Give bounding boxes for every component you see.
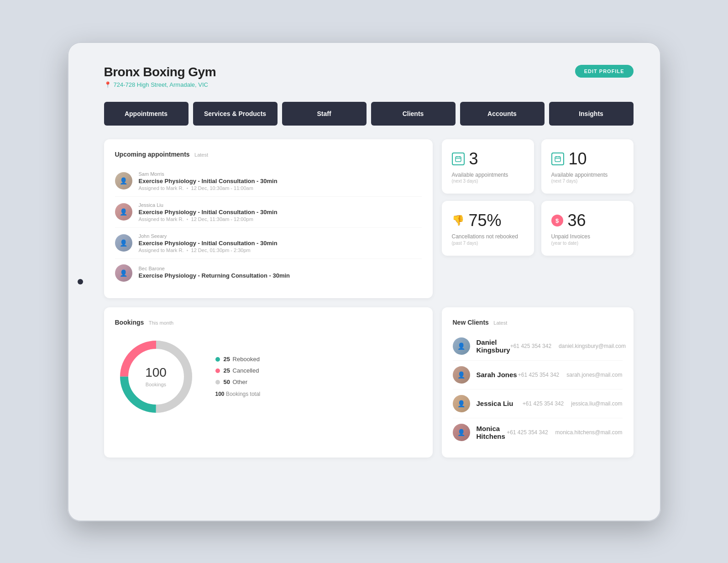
appointments-header: Upcoming appointments Latest (115, 150, 422, 158)
stat-card-invoices: $ 36 Unpaid Invoices (year to date) (541, 201, 634, 256)
client-name: Sarah Jones (477, 371, 517, 379)
stat-number: 10 (551, 149, 623, 168)
stat-number: 3 (452, 149, 524, 168)
client-name: Daniel Kingsbury (477, 338, 510, 354)
avatar: 👤 (115, 203, 132, 221)
appointment-details: John Seeary Exercise Physiology - Initia… (139, 233, 278, 253)
client-phone: +61 425 354 342 (523, 400, 564, 407)
appointment-item: 👤 Jessica Liu Exercise Physiology - Init… (115, 197, 422, 228)
legend-item-other: 50 Other (215, 379, 261, 385)
dollar-icon: $ (551, 215, 563, 226)
stat-label: Available appointments (551, 171, 623, 179)
client-email: daniel.kingsbury@mail.com (559, 343, 626, 349)
nav-tabs: Appointments Services & Products Staff C… (104, 102, 634, 126)
location-icon: 📍 (104, 81, 111, 88)
legend-item-cancelled: 25 Cancelled (215, 367, 261, 374)
donut-chart: 100 Bookings (115, 336, 197, 418)
stats-column: 3 Available appointments (next 3 days) (442, 139, 634, 298)
appointment-client-name: Bec Barone (139, 266, 290, 271)
appointment-service: Exercise Physiology - Initial Consultati… (139, 209, 278, 216)
client-phone: +61 425 354 342 (507, 429, 548, 436)
client-item: 👤 Daniel Kingsbury +61 425 354 342 danie… (453, 332, 623, 361)
appointment-client-name: John Seeary (139, 233, 278, 239)
stats-grid: 3 Available appointments (next 3 days) (442, 139, 634, 256)
client-row: Daniel Kingsbury +61 425 354 342 daniel.… (477, 338, 626, 354)
appointment-details: Bec Barone Exercise Physiology - Returni… (139, 266, 290, 280)
stat-label: Unpaid Invoices (551, 233, 623, 241)
bookings-card: Bookings This month (104, 307, 433, 458)
bookings-legend: 25 Rebooked 25 Cancelled 50 Other 100 Bo… (215, 356, 261, 397)
appointment-client-name: Sam Morris (139, 171, 278, 177)
appointments-title: Upcoming appointments (115, 151, 190, 158)
client-row: Jessica Liu +61 425 354 342 jessica.liu@… (477, 400, 623, 407)
tab-accounts[interactable]: Accounts (460, 102, 545, 126)
stat-number: $ 36 (551, 211, 623, 230)
appointment-item: 👤 Sam Morris Exercise Physiology - Initi… (115, 166, 422, 197)
donut-label: Bookings (146, 382, 166, 387)
bottom-content: Bookings This month (104, 307, 634, 458)
bookings-subtitle: This month (149, 320, 173, 326)
legend-dot-other (215, 380, 220, 384)
client-email: monica.hitchens@mail.com (555, 429, 623, 436)
appointment-details: Jessica Liu Exercise Physiology - Initia… (139, 202, 278, 222)
main-content: Upcoming appointments Latest 👤 Sam Morri… (104, 139, 634, 298)
appointment-service: Exercise Physiology - Initial Consultati… (139, 178, 278, 184)
appointment-client-name: Jessica Liu (139, 202, 278, 208)
edit-profile-button[interactable]: EDIT PROFILE (575, 65, 634, 78)
appointment-service: Exercise Physiology - Initial Consultati… (139, 240, 278, 247)
tab-insights[interactable]: Insights (549, 102, 634, 126)
appointment-item: 👤 Bec Barone Exercise Physiology - Retur… (115, 259, 422, 287)
avatar: 👤 (453, 337, 470, 355)
avatar: 👤 (115, 264, 132, 282)
svg-rect-0 (456, 157, 461, 162)
legend-item-rebooked: 25 Rebooked (215, 356, 261, 363)
tablet-camera (78, 279, 83, 284)
bookings-header: Bookings This month (115, 318, 422, 326)
avatar: 👤 (115, 234, 132, 252)
tablet-frame: Bronx Boxing Gym 📍 724-728 High Street, … (68, 42, 661, 521)
client-name: Monica Hitchens (477, 425, 507, 440)
new-clients-title: New Clients (453, 319, 489, 326)
client-email: sarah.jones@mail.com (566, 372, 622, 378)
client-item: 👤 Sarah Jones +61 425 354 342 sarah.jone… (453, 361, 623, 389)
stat-sublabel: (next 7 days) (551, 179, 623, 184)
thumbdown-icon: 👎 (452, 215, 464, 226)
tab-appointments[interactable]: Appointments (104, 102, 189, 126)
tab-clients[interactable]: Clients (371, 102, 456, 126)
bookings-total: 100 Bookings total (215, 391, 261, 397)
legend-list: 25 Rebooked 25 Cancelled 50 Other (215, 356, 261, 385)
appointment-meta: Assigned to Mark R. • 12 Dec, 10:30am - … (139, 185, 278, 191)
avatar: 👤 (453, 395, 470, 412)
new-clients-subtitle: Latest (493, 320, 507, 326)
bookings-content: 100 Bookings 25 Rebooked 25 Cancelled (115, 336, 422, 418)
stat-sublabel: (past 7 days) (452, 241, 524, 246)
tab-services-products[interactable]: Services & Products (193, 102, 278, 126)
stat-number: 👎 75% (452, 211, 524, 230)
new-clients-header: New Clients Latest (453, 318, 623, 326)
appointments-card: Upcoming appointments Latest 👤 Sam Morri… (104, 139, 433, 298)
donut-center: 100 Bookings (145, 365, 167, 388)
appointment-meta: Assigned to Mark R. • 12 Dec, 01:30pm - … (139, 247, 278, 253)
stat-card-appointments-3: 3 Available appointments (next 3 days) (442, 139, 534, 194)
tab-staff[interactable]: Staff (282, 102, 367, 126)
client-name: Jessica Liu (477, 400, 513, 407)
bookings-title: Bookings (115, 319, 144, 326)
client-item: 👤 Jessica Liu +61 425 354 342 jessica.li… (453, 389, 623, 418)
header: Bronx Boxing Gym 📍 724-728 High Street, … (104, 65, 634, 88)
stat-card-appointments-10: 10 Available appointments (next 7 days) (541, 139, 634, 194)
gym-info: Bronx Boxing Gym 📍 724-728 High Street, … (104, 65, 216, 88)
client-row: Monica Hitchens +61 425 354 342 monica.h… (477, 425, 623, 440)
avatar: 👤 (453, 366, 470, 384)
client-email: jessica.liu@mail.com (571, 400, 622, 407)
client-row: Sarah Jones +61 425 354 342 sarah.jones@… (477, 371, 623, 379)
client-phone: +61 425 354 342 (518, 372, 559, 378)
calendar-icon (452, 153, 465, 165)
appointments-subtitle: Latest (194, 152, 208, 158)
avatar: 👤 (453, 424, 470, 441)
calendar-icon (551, 153, 564, 165)
gym-name: Bronx Boxing Gym (104, 65, 216, 79)
stat-card-cancellations: 👎 75% Cancellations not rebooked (past 7… (442, 201, 534, 256)
legend-dot-rebooked (215, 357, 220, 362)
appointment-details: Sam Morris Exercise Physiology - Initial… (139, 171, 278, 191)
stat-sublabel: (next 3 days) (452, 179, 524, 184)
